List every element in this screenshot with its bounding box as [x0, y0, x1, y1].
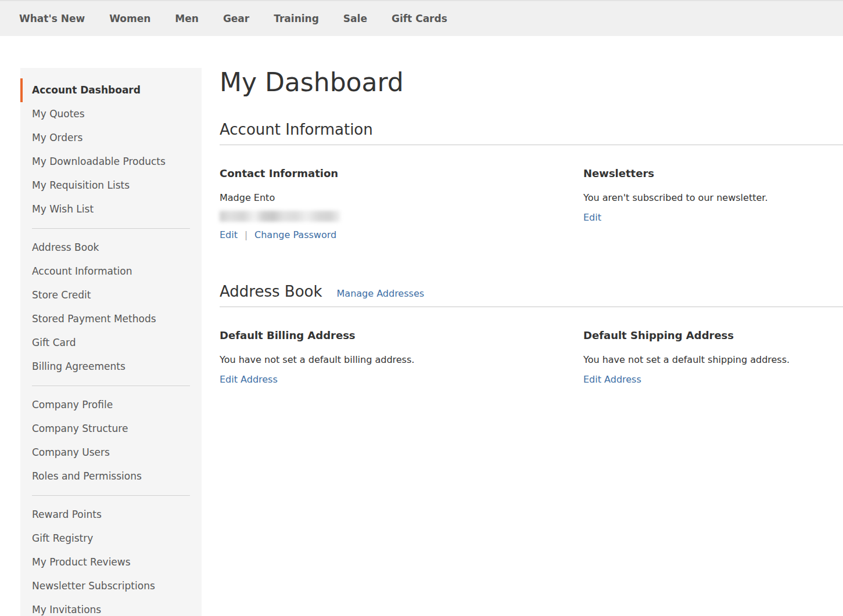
billing-links: Edit Address	[220, 373, 583, 386]
contact-information-title: Contact Information	[220, 167, 583, 180]
sidebar-item-stored-payment-methods[interactable]: Stored Payment Methods	[20, 307, 202, 331]
billing-edit-address-link[interactable]: Edit Address	[220, 374, 278, 385]
nav-item-women[interactable]: Women	[109, 13, 150, 24]
contact-email-redacted	[220, 211, 340, 222]
newsletters-links: Edit	[583, 211, 843, 224]
account-information-blocks: Contact Information Madge Ento Edit|Chan…	[220, 167, 843, 242]
sidebar-item-account-dashboard[interactable]: Account Dashboard	[20, 78, 202, 102]
sidebar-item-my-invitations[interactable]: My Invitations	[20, 598, 202, 616]
nav-item-gift-cards[interactable]: Gift Cards	[392, 13, 447, 24]
contact-links: Edit|Change Password	[220, 229, 583, 242]
newsletters-status: You aren't subscribed to our newsletter.	[583, 192, 843, 204]
default-billing-address-title: Default Billing Address	[220, 329, 583, 342]
sidebar-item-gift-registry[interactable]: Gift Registry	[20, 527, 202, 550]
sidebar-item-my-product-reviews[interactable]: My Product Reviews	[20, 550, 202, 574]
newsletters-block: Newsletters You aren't subscribed to our…	[583, 167, 843, 242]
sidebar-item-my-requisition-lists[interactable]: My Requisition Lists	[20, 174, 202, 197]
links-separator: |	[245, 230, 247, 240]
sidebar-item-address-book[interactable]: Address Book	[20, 236, 202, 260]
nav-item-training[interactable]: Training	[274, 13, 319, 24]
nav-item-men[interactable]: Men	[175, 13, 199, 24]
shipping-edit-address-link[interactable]: Edit Address	[583, 374, 641, 385]
sidebar-item-company-structure[interactable]: Company Structure	[20, 417, 202, 441]
page-container: Account Dashboard My Quotes My Orders My…	[20, 68, 843, 616]
contact-information-block: Contact Information Madge Ento Edit|Chan…	[220, 167, 583, 242]
default-billing-address-block: Default Billing Address You have not set…	[220, 329, 583, 386]
shipping-links: Edit Address	[583, 373, 843, 386]
address-book-section: Address Book Manage Addresses Default Bi…	[220, 282, 843, 386]
nav-item-gear[interactable]: Gear	[223, 13, 249, 24]
sidebar-item-my-orders[interactable]: My Orders	[20, 126, 202, 150]
sidebar-item-my-wish-list[interactable]: My Wish List	[20, 197, 202, 221]
sidebar-item-store-credit[interactable]: Store Credit	[20, 283, 202, 307]
account-information-title: Account Information	[220, 120, 373, 139]
sidebar-item-my-downloadable-products[interactable]: My Downloadable Products	[20, 150, 202, 174]
sidebar-item-newsletter-subscriptions[interactable]: Newsletter Subscriptions	[20, 574, 202, 598]
sidebar-item-gift-card[interactable]: Gift Card	[20, 331, 202, 355]
page-title: My Dashboard	[220, 69, 843, 96]
sidebar-divider	[32, 386, 190, 386]
main-content: My Dashboard Account Information Contact…	[220, 68, 843, 616]
contact-name: Madge Ento	[220, 192, 583, 204]
address-book-section-header: Address Book Manage Addresses	[220, 282, 843, 307]
change-password-link[interactable]: Change Password	[254, 229, 336, 240]
sidebar-item-company-profile[interactable]: Company Profile	[20, 393, 202, 417]
default-shipping-address-block: Default Shipping Address You have not se…	[583, 329, 843, 386]
nav-item-whats-new[interactable]: What's New	[19, 13, 85, 24]
sidebar-item-billing-agreements[interactable]: Billing Agreements	[20, 355, 202, 379]
sidebar-item-my-quotes[interactable]: My Quotes	[20, 102, 202, 126]
billing-empty-text: You have not set a default billing addre…	[220, 354, 583, 366]
address-book-title: Address Book	[220, 282, 322, 301]
account-sidebar: Account Dashboard My Quotes My Orders My…	[20, 68, 202, 616]
sidebar-divider	[32, 228, 190, 229]
shipping-empty-text: You have not set a default shipping addr…	[583, 354, 843, 366]
account-information-section: Account Information Contact Information …	[220, 120, 843, 242]
address-book-blocks: Default Billing Address You have not set…	[220, 329, 843, 386]
newsletters-edit-link[interactable]: Edit	[583, 212, 601, 223]
main-navigation: What's New Women Men Gear Training Sale …	[0, 0, 843, 36]
newsletters-title: Newsletters	[583, 167, 843, 180]
sidebar-divider	[32, 495, 190, 496]
account-information-section-header: Account Information	[220, 120, 843, 145]
sidebar-item-roles-and-permissions[interactable]: Roles and Permissions	[20, 464, 202, 488]
sidebar-item-company-users[interactable]: Company Users	[20, 441, 202, 464]
contact-edit-link[interactable]: Edit	[220, 229, 238, 240]
sidebar-item-account-information[interactable]: Account Information	[20, 260, 202, 283]
nav-item-sale[interactable]: Sale	[343, 13, 367, 24]
manage-addresses-link[interactable]: Manage Addresses	[337, 288, 425, 299]
sidebar-item-reward-points[interactable]: Reward Points	[20, 503, 202, 527]
default-shipping-address-title: Default Shipping Address	[583, 329, 843, 342]
